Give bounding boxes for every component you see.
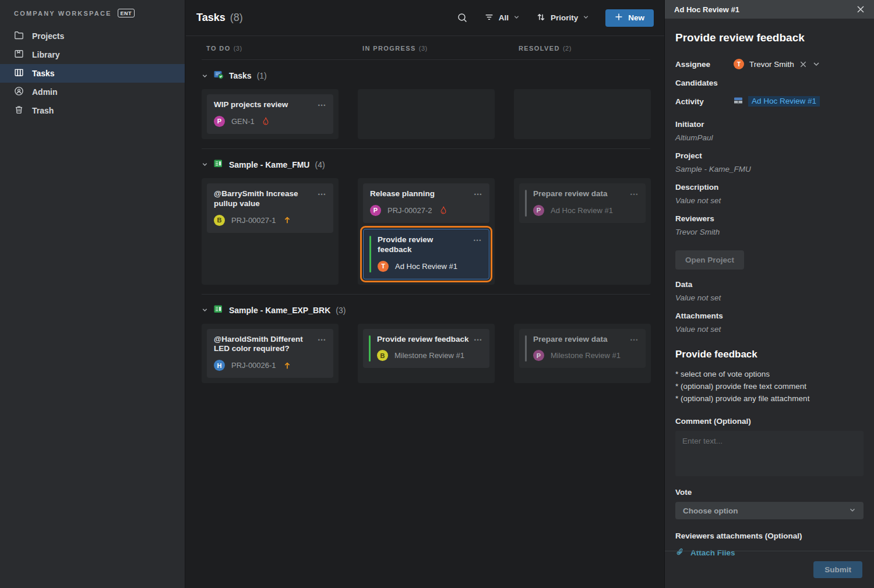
avatar: P [214,116,225,127]
avatar: B [377,350,388,361]
avatar: P [533,350,544,361]
card-menu-icon[interactable]: ••• [474,190,482,199]
cell-todo: WIP projects review ••• P GEN-1 [202,89,339,139]
cell-todo: @HaroldSmith Different LED color require… [202,324,339,384]
card-menu-icon[interactable]: ••• [474,236,482,245]
reviewers-value: Trevor Smith [675,228,864,236]
assignee-dropdown-chevron-icon[interactable] [812,60,820,68]
activity-link[interactable]: Ad Hoc Review #1 [748,96,820,107]
submit-button[interactable]: Submit [813,561,862,578]
initiator-label: Initiator [675,120,864,129]
card-menu-icon[interactable]: ••• [474,336,482,344]
attachments-value: Value not set [675,325,864,334]
detail-title: Provide review feedback [675,31,864,44]
sort-dropdown[interactable]: Priority [536,12,589,24]
kanban-board: TO DO(3) IN PROGRESS(3) RESOLVED(2) Task… [186,36,664,392]
filter-dropdown[interactable]: All [484,12,520,24]
activity-label: Activity [675,97,734,106]
sidebar-item-library[interactable]: Library [0,45,185,64]
vote-selected-value: Choose option [683,506,738,515]
vote-select[interactable]: Choose option [675,502,864,519]
card-menu-icon[interactable]: ••• [318,101,326,109]
column-header-resolved: RESOLVED(2) [514,45,651,52]
avatar: T [378,261,389,272]
sidebar: COMPANY WORKSPACE ENT Projects Library T… [0,0,185,588]
card-title: Release planning [370,189,435,199]
group-name: Sample - Kame_EXP_BRK [229,306,330,315]
group-count: (4) [315,160,325,169]
detail-panel-body: Provide review feedback Assignee T Trevo… [665,19,874,558]
sidebar-item-label: Trash [32,106,54,115]
card-ref: Ad Hoc Review #1 [395,262,457,271]
chevron-down-icon [513,13,520,22]
reviewers-label: Reviewers [675,214,864,223]
reviewers-attachments-label: Reviewers attachments (Optional) [675,532,864,540]
new-task-button[interactable]: New [605,9,654,27]
cell-resolved: Prepare review data ••• P Milestone Revi… [514,324,651,384]
folder-icon [14,30,24,42]
sidebar-item-tasks[interactable]: Tasks [0,64,185,83]
tasks-check-icon [213,69,224,82]
sidebar-item-trash[interactable]: Trash [0,101,185,120]
sidebar-item-projects[interactable]: Projects [0,27,185,45]
description-label: Description [675,183,864,192]
vote-label: Vote [675,488,864,497]
task-card[interactable]: Prepare review data ••• P Milestone Revi… [519,329,646,369]
chevron-down-icon [202,161,208,168]
tasks-main: Tasks (8) All Priority New [186,0,664,588]
card-title: Prepare review data [533,335,608,345]
card-menu-icon[interactable]: ••• [630,336,639,344]
task-card[interactable]: WIP projects review ••• P GEN-1 [207,94,333,134]
task-card[interactable]: Release planning ••• P PRJ-00027-2 [363,183,489,223]
sidebar-item-admin[interactable]: Admin [0,83,185,101]
feedback-notes: * select one of vote options * (optional… [675,368,864,405]
group-header-tasks[interactable]: Tasks (1) [202,68,650,83]
remove-assignee-icon[interactable] [799,61,807,68]
group-header-kame-fmu[interactable]: Sample - Kame_FMU (4) [202,157,650,172]
task-card[interactable]: @BarrySmith Increase pullup value ••• B … [207,183,333,233]
close-icon[interactable] [857,5,865,13]
card-ref: PRJ-00027-1 [231,216,276,225]
card-menu-icon[interactable]: ••• [318,336,326,344]
task-card-selected[interactable]: Provide review feedback ••• T Ad Hoc Rev… [363,229,489,279]
card-ref: GEN-1 [231,117,255,126]
card-ref: PRJ-00027-2 [387,206,432,215]
column-headers: TO DO(3) IN PROGRESS(3) RESOLVED(2) [202,36,650,60]
workspace-label: COMPANY WORKSPACE [14,10,112,17]
project-icon [213,158,224,171]
workspace-header: COMPANY WORKSPACE ENT [0,0,185,27]
search-button[interactable] [457,12,468,23]
group-count: (3) [336,306,346,315]
project-section: Project Sample - Kame_FMU [675,151,864,173]
sort-value: Priority [551,13,578,22]
initiator-value: AltiumPaul [675,133,864,142]
task-card[interactable]: Prepare review data ••• P Ad Hoc Review … [519,183,646,223]
group-row: @HaroldSmith Different LED color require… [202,324,650,384]
card-menu-icon[interactable]: ••• [630,190,639,199]
open-project-button[interactable]: Open Project [675,250,744,270]
comment-input[interactable] [675,431,864,476]
provide-feedback-heading: Provide feedback [675,349,864,360]
cell-inprogress: Provide review feedback ••• B Milestone … [358,324,495,384]
card-title: @HaroldSmith Different LED color require… [214,335,313,355]
cell-inprogress: Release planning ••• P PRJ-00027-2 [358,178,495,285]
group-row: WIP projects review ••• P GEN-1 [202,89,650,139]
card-menu-icon[interactable]: ••• [318,190,326,199]
chevron-down-icon [849,506,856,515]
data-section: Data Value not set [675,280,864,302]
group-header-kame-exp-brk[interactable]: Sample - Kame_EXP_BRK (3) [202,303,650,318]
group-name: Sample - Kame_FMU [229,160,309,169]
task-card[interactable]: Provide review feedback ••• B Milestone … [363,329,489,369]
sidebar-item-label: Projects [32,31,64,41]
group-name: Tasks [229,71,252,80]
project-value: Sample - Kame_FMU [675,165,864,173]
priority-high-flame-icon [261,116,270,126]
description-section: Description Value not set [675,183,864,205]
kanban-icon [14,68,24,79]
assignee-label: Assignee [675,60,734,69]
activity-row: Activity Ad Hoc Review #1 [675,92,864,111]
task-card[interactable]: @HaroldSmith Different LED color require… [207,329,333,378]
description-value: Value not set [675,196,864,205]
sort-icon [536,12,546,24]
avatar: T [734,59,744,69]
